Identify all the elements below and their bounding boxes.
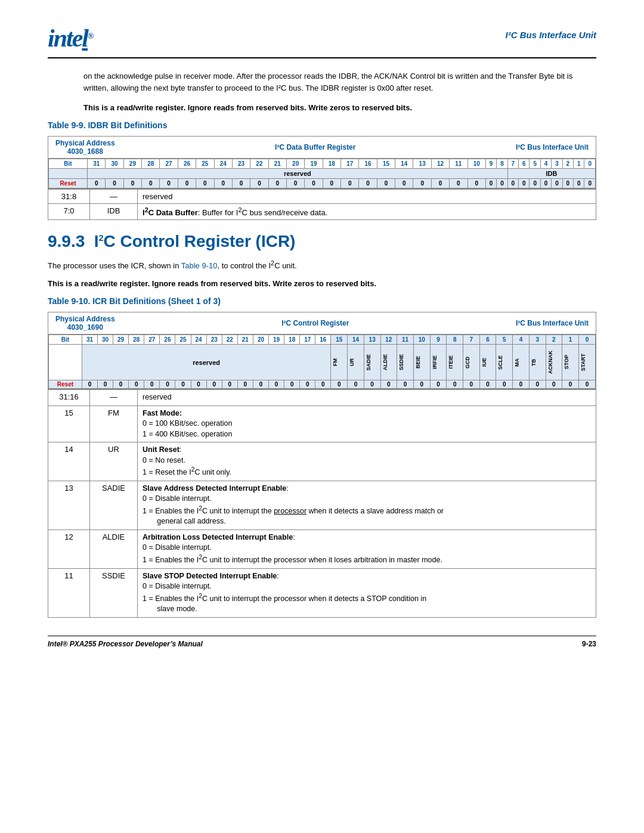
table910-register-header: Physical Address 4030_1690 I²C Control R… bbox=[48, 312, 596, 389]
table910-addr: Physical Address 4030_1690 bbox=[55, 315, 115, 332]
section993-note: This is a read/write register. Ignore re… bbox=[48, 279, 596, 288]
table-row: 14 UR Unit Reset:0 = No reset.1 = Reset … bbox=[48, 442, 596, 481]
table910-bit-table: Bit 31 30 29 28 27 26 25 24 23 22 21 20 … bbox=[48, 335, 596, 389]
table910-reg-name: I²C Control Register bbox=[281, 319, 349, 327]
table-row: 31:8 — reserved bbox=[48, 190, 596, 204]
table99-register-header: Physical Address 4030_1688 I²C Data Buff… bbox=[48, 136, 596, 189]
table910-title: Table 9-10. ICR Bit Definitions (Sheet 1… bbox=[48, 296, 596, 306]
table99-reset-row: Reset 0 0 0 0 0 0 0 0 0 0 0 0 0 0 0 0 bbox=[49, 179, 596, 188]
bit-numbers-row: Bit 31 30 29 28 27 26 25 24 23 22 21 20 … bbox=[49, 159, 596, 169]
intro-note: This is a read/write register. Ignore re… bbox=[83, 103, 596, 112]
table-row: 12 ALDIE Arbitration Loss Detected Inter… bbox=[48, 529, 596, 568]
table-row: 7:0 IDB I2C Data Buffer: Buffer for I2C … bbox=[48, 204, 596, 220]
section993-para: The processor uses the ICR, shown in Tab… bbox=[48, 258, 596, 272]
table-row: 11 SSDIE Slave STOP Detected Interrupt E… bbox=[48, 568, 596, 617]
intel-logo: intel® bbox=[48, 24, 93, 52]
table99-label-row: reserved IDB bbox=[49, 169, 596, 179]
table99-bit-table: Bit 31 30 29 28 27 26 25 24 23 22 21 20 … bbox=[48, 159, 596, 188]
table99-title: Table 9-9. IDBR Bit Definitions bbox=[48, 120, 596, 130]
footer-manual-title: Intel® PXA255 Processor Developer’s Manu… bbox=[48, 640, 203, 648]
icr-bit-numbers-row: Bit 31 30 29 28 27 26 25 24 23 22 21 20 … bbox=[49, 335, 596, 345]
page: intel® I²C Bus Interface Unit on the ack… bbox=[0, 0, 644, 684]
table910-desc-table: 31:16 — reserved 15 FM Fast Mode:0 = 100… bbox=[48, 389, 596, 618]
page-header: intel® I²C Bus Interface Unit bbox=[48, 24, 596, 58]
table-row: 15 FM Fast Mode:0 = 100 KBit/sec. operat… bbox=[48, 405, 596, 442]
icr-label-row: reserved FM UR SADIE ALDIE SSDIE BEIE IR… bbox=[49, 345, 596, 380]
table-row: 13 SADIE Slave Address Detected Interrup… bbox=[48, 481, 596, 529]
intro-paragraph: on the acknowledge pulse in receiver mod… bbox=[83, 70, 596, 94]
table99-desc-table: 31:8 — reserved 7:0 IDB I2C Data Buffer:… bbox=[48, 189, 596, 220]
section993-heading: 9.9.3 I2C Control Register (ICR) bbox=[48, 232, 596, 251]
table99-reg-name: I²C Data Buffer Register bbox=[275, 143, 355, 151]
page-footer: Intel® PXA255 Processor Developer’s Manu… bbox=[48, 636, 596, 648]
table99-unit: I²C Bus Interface Unit bbox=[516, 143, 589, 151]
footer-page-number: 9-23 bbox=[582, 640, 596, 648]
table910-unit: I²C Bus Interface Unit bbox=[516, 319, 589, 327]
table99-addr: Physical Address 4030_1688 bbox=[55, 139, 115, 156]
icr-reset-row: Reset 0 0 0 0 0 0 0 0 0 0 0 0 0 0 0 0 bbox=[49, 380, 596, 389]
header-title: I²C Bus Interface Unit bbox=[505, 24, 596, 40]
table-row: 31:16 — reserved bbox=[48, 390, 596, 406]
